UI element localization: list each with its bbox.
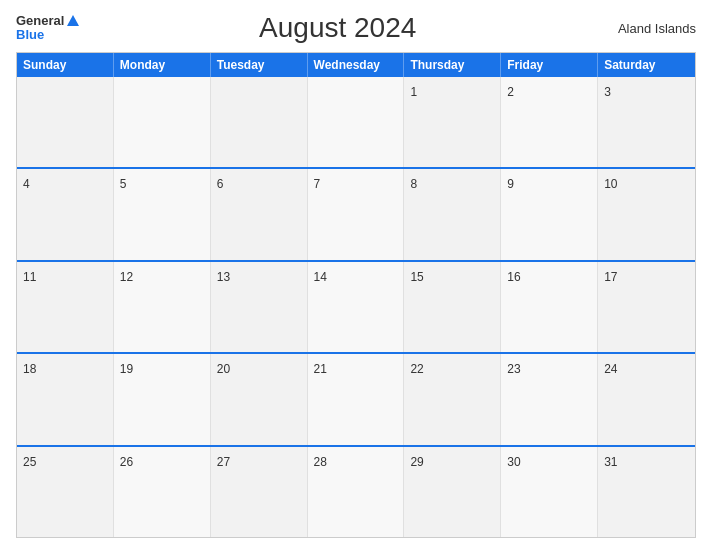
day-number: 16: [507, 270, 520, 284]
calendar-week-5: 25262728293031: [17, 445, 695, 537]
calendar-cell-w3-d6: 16: [501, 262, 598, 352]
day-number: 9: [507, 177, 514, 191]
region-label: Aland Islands: [596, 21, 696, 36]
calendar-cell-w3-d2: 12: [114, 262, 211, 352]
calendar-cell-w5-d1: 25: [17, 447, 114, 537]
calendar-cell-w5-d3: 27: [211, 447, 308, 537]
calendar-cell-w2-d4: 7: [308, 169, 405, 259]
calendar-cell-w3-d1: 11: [17, 262, 114, 352]
calendar-week-4: 18192021222324: [17, 352, 695, 444]
header-tuesday: Tuesday: [211, 53, 308, 77]
day-number: 24: [604, 362, 617, 376]
calendar-cell-w3-d7: 17: [598, 262, 695, 352]
day-number: 20: [217, 362, 230, 376]
month-title: August 2024: [79, 12, 596, 44]
calendar-cell-w1-d3: [211, 77, 308, 167]
day-number: 25: [23, 455, 36, 469]
calendar-cell-w1-d6: 2: [501, 77, 598, 167]
day-number: 23: [507, 362, 520, 376]
calendar-cell-w4-d1: 18: [17, 354, 114, 444]
day-number: 12: [120, 270, 133, 284]
header-thursday: Thursday: [404, 53, 501, 77]
calendar-cell-w5-d2: 26: [114, 447, 211, 537]
calendar-cell-w2-d2: 5: [114, 169, 211, 259]
calendar-cell-w4-d5: 22: [404, 354, 501, 444]
logo: General Blue: [16, 14, 79, 43]
logo-general-text: General: [16, 14, 64, 28]
day-number: 21: [314, 362, 327, 376]
day-number: 10: [604, 177, 617, 191]
day-number: 15: [410, 270, 423, 284]
calendar-cell-w2-d7: 10: [598, 169, 695, 259]
calendar-cell-w4-d2: 19: [114, 354, 211, 444]
page: General Blue August 2024 Aland Islands S…: [0, 0, 712, 550]
day-number: 22: [410, 362, 423, 376]
calendar-cell-w3-d4: 14: [308, 262, 405, 352]
calendar-cell-w5-d6: 30: [501, 447, 598, 537]
day-number: 4: [23, 177, 30, 191]
header: General Blue August 2024 Aland Islands: [16, 12, 696, 44]
calendar-cell-w1-d7: 3: [598, 77, 695, 167]
header-saturday: Saturday: [598, 53, 695, 77]
day-number: 17: [604, 270, 617, 284]
day-number: 26: [120, 455, 133, 469]
day-number: 2: [507, 85, 514, 99]
calendar: Sunday Monday Tuesday Wednesday Thursday…: [16, 52, 696, 538]
header-friday: Friday: [501, 53, 598, 77]
calendar-cell-w1-d1: [17, 77, 114, 167]
day-number: 8: [410, 177, 417, 191]
header-wednesday: Wednesday: [308, 53, 405, 77]
calendar-cell-w4-d7: 24: [598, 354, 695, 444]
day-number: 30: [507, 455, 520, 469]
calendar-cell-w2-d6: 9: [501, 169, 598, 259]
calendar-week-1: 123: [17, 77, 695, 167]
calendar-cell-w4-d3: 20: [211, 354, 308, 444]
day-number: 1: [410, 85, 417, 99]
day-number: 18: [23, 362, 36, 376]
calendar-cell-w5-d4: 28: [308, 447, 405, 537]
calendar-body: 1234567891011121314151617181920212223242…: [17, 77, 695, 537]
day-number: 14: [314, 270, 327, 284]
day-number: 3: [604, 85, 611, 99]
day-number: 28: [314, 455, 327, 469]
day-number: 31: [604, 455, 617, 469]
day-number: 7: [314, 177, 321, 191]
calendar-cell-w1-d2: [114, 77, 211, 167]
day-number: 19: [120, 362, 133, 376]
header-monday: Monday: [114, 53, 211, 77]
day-number: 29: [410, 455, 423, 469]
calendar-week-3: 11121314151617: [17, 260, 695, 352]
calendar-cell-w3-d5: 15: [404, 262, 501, 352]
day-number: 6: [217, 177, 224, 191]
calendar-cell-w2-d1: 4: [17, 169, 114, 259]
calendar-cell-w3-d3: 13: [211, 262, 308, 352]
logo-blue-text: Blue: [16, 28, 79, 42]
calendar-cell-w5-d7: 31: [598, 447, 695, 537]
day-number: 27: [217, 455, 230, 469]
header-sunday: Sunday: [17, 53, 114, 77]
day-number: 5: [120, 177, 127, 191]
calendar-cell-w5-d5: 29: [404, 447, 501, 537]
calendar-cell-w4-d4: 21: [308, 354, 405, 444]
calendar-cell-w1-d4: [308, 77, 405, 167]
calendar-week-2: 45678910: [17, 167, 695, 259]
calendar-cell-w4-d6: 23: [501, 354, 598, 444]
calendar-cell-w1-d5: 1: [404, 77, 501, 167]
calendar-header-row: Sunday Monday Tuesday Wednesday Thursday…: [17, 53, 695, 77]
calendar-cell-w2-d5: 8: [404, 169, 501, 259]
day-number: 11: [23, 270, 36, 284]
calendar-cell-w2-d3: 6: [211, 169, 308, 259]
day-number: 13: [217, 270, 230, 284]
